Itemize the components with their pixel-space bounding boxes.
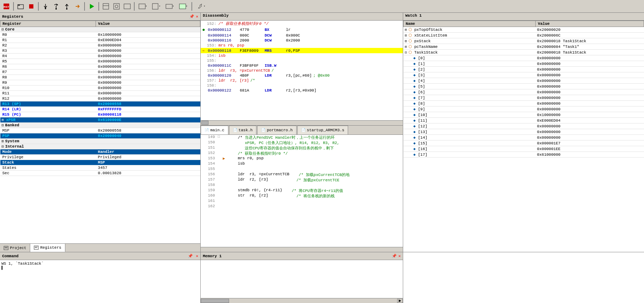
reg-row-psp[interactable]: PSP0x20000040 (0, 133, 200, 139)
watch-scroll-area[interactable]: Name Value ⊞⬡ pxTopOfStack 0x20000020 ⊞⬡… (403, 21, 644, 252)
reg-row-r0[interactable]: R00x10000000 (0, 32, 200, 38)
dropdown1-button[interactable] (136, 1, 149, 11)
command-pin-icon[interactable]: 📌 (188, 254, 193, 258)
reg-row-r1[interactable]: R10xE000ED04 (0, 38, 200, 43)
reg-row-privilege[interactable]: PrivilegePrivileged (0, 155, 200, 160)
reg-row-r3[interactable]: R30x00000000 (0, 48, 200, 54)
banked-expand-icon[interactable]: ⊟ (2, 123, 4, 127)
watch-row-14[interactable]: ◆ [14]0x00000000 (404, 135, 644, 141)
view1-button[interactable] (101, 1, 111, 11)
memory-vscroll[interactable]: ▶ (201, 298, 403, 303)
command-close-icon[interactable]: ✕ (196, 254, 198, 258)
watch-row-7[interactable]: ◆ [7]0x00000000 (404, 95, 644, 101)
tools-button[interactable] (194, 1, 208, 11)
memory-scroll-right[interactable]: ▶ (397, 299, 403, 303)
dropdown2-button[interactable] (150, 1, 163, 11)
watch-row-xStateListItem[interactable]: ⊞⬡ xStateListItem 0x2000006C (404, 33, 644, 38)
watch-row-12[interactable]: ◆ [12]0x00000000 (404, 123, 644, 129)
source-tab-portmacro-h[interactable]: 📄 portmacro.h (257, 126, 297, 134)
watch-row-9[interactable]: ◆ [9]0x00000000 (404, 106, 644, 112)
reg-row-r12[interactable]: R120x00000000 (0, 96, 200, 101)
step-out-button[interactable] (62, 1, 72, 11)
source-tab-task-h[interactable]: 📄 task.h (229, 126, 257, 134)
reg-row-r6[interactable]: R60x00000000 (0, 64, 200, 70)
watch-row-13[interactable]: ◆ [13]0x00000000 (404, 129, 644, 135)
watch-row-5[interactable]: ◆ [5]0x00000000 (404, 84, 644, 89)
disasm-hscroll-thumb[interactable] (201, 121, 209, 125)
reg-row-r9[interactable]: R90x00000000 (0, 80, 200, 86)
source-hscroll[interactable] (201, 247, 403, 252)
watch-row-2[interactable]: ◆ [2]0x00000000 (404, 67, 644, 72)
pxTopOfStack-expand[interactable]: ⊞ (405, 28, 407, 32)
reg-row-sec[interactable]: Sec0.00013828 (0, 171, 200, 176)
internal-expand-icon[interactable]: ⊟ (2, 144, 4, 149)
tab-registers[interactable]: Registers (30, 244, 65, 252)
reg-row-r14[interactable]: R14 (LR)0xFFFFFFFD (0, 107, 200, 112)
watch-row-3[interactable]: ◆ [3]0x00000000 (404, 72, 644, 78)
watch-row-Task1Stack[interactable]: ⊟⬡ Task1Stack 0x20000018 Task1Stack (404, 50, 644, 55)
watch-row-pcTaskName[interactable]: ⊞⬡ pcTaskName 0x20000084 "Task1" (404, 44, 644, 50)
system-expand-icon[interactable]: ⊞ (2, 139, 4, 143)
reg-row-r4[interactable]: R40x00000000 (0, 54, 200, 59)
pcTaskName-expand[interactable]: ⊞ (405, 45, 407, 49)
watch-row-6[interactable]: ◆ [6]0x00000000 (404, 89, 644, 95)
dropdown3-button[interactable] (163, 1, 176, 11)
reg-row-r7[interactable]: R70x00000000 (0, 70, 200, 75)
reset-button[interactable]: RST (1, 1, 11, 11)
reg-row-r10[interactable]: R100x00000000 (0, 86, 200, 91)
reg-row-r11[interactable]: R110x00000000 (0, 91, 200, 96)
reg-row-r5[interactable]: R50x00000000 (0, 59, 200, 64)
step-over-button[interactable] (51, 1, 61, 11)
run-to-cursor[interactable] (72, 1, 82, 11)
watch-row-pxTopOfStack[interactable]: ⊞⬡ pxTopOfStack 0x20000020 (404, 27, 644, 33)
watch-row-10[interactable]: ◆ [10]0x10000000 (404, 112, 644, 118)
watch-row-4[interactable]: ◆ [4]0x00000000 (404, 78, 644, 84)
view3-button[interactable] (122, 1, 132, 11)
pxStack-expand[interactable]: ⊞ (405, 39, 407, 43)
memory-scroll-thumb[interactable] (201, 299, 229, 303)
watch-row-1[interactable]: ◆ [1]0x00000000 (404, 61, 644, 67)
source-tab-main-c[interactable]: 📄 main.c (201, 126, 228, 134)
memory-close-icon[interactable]: ✕ (398, 254, 401, 258)
source-tab-startup[interactable]: 📄 startup_ARMCM3.s (297, 126, 348, 134)
watch-row-8[interactable]: ◆ [8]0x00000000 (404, 101, 644, 106)
dropdown4-button[interactable] (177, 1, 190, 11)
Task1Stack-expand[interactable]: ⊟ (405, 51, 407, 55)
reg-row-r15[interactable]: R15 (PC)0x00000118 (0, 112, 200, 117)
command-cursor: ▌ (1, 266, 4, 270)
tab-project[interactable]: Project (0, 244, 30, 252)
memory-pin-icon[interactable]: 📌 (392, 254, 397, 258)
reg-row-r8[interactable]: R80x00000000 (0, 75, 200, 80)
reg-row-stack[interactable]: StackMSP (0, 160, 200, 165)
watch-row-16[interactable]: ◆ [16]0x000001EE (404, 146, 644, 152)
watch-row-11[interactable]: ◆ [11]0xE000ED04 (404, 118, 644, 123)
breakpoint-0x112[interactable]: ● (202, 27, 208, 33)
reg-row-r2[interactable]: R20x00000000 (0, 43, 200, 48)
stop-button[interactable] (26, 1, 36, 11)
reg-row-r13[interactable]: R13 (SP)0x20000558 (0, 101, 200, 107)
reg-row-states[interactable]: States3457 (0, 165, 200, 171)
run-button[interactable] (87, 1, 97, 11)
watch-row-0[interactable]: ◆ [0]0x00000000 (404, 55, 644, 61)
xStateListItem-expand[interactable]: ⊞ (405, 34, 407, 38)
watch-row-pxStack[interactable]: ⊞⬡ pxStack 0x20000018 Task1Stack (404, 38, 644, 44)
watch-row-15[interactable]: ◆ [15]0x000001E7 (404, 141, 644, 146)
registers-pin-icon[interactable]: 📌 (189, 14, 194, 19)
registers-scroll-area[interactable]: Register Value ⊟Core R00x10000000 R10xE0… (0, 21, 200, 243)
command-content-area[interactable]: WS 1, `Task1Stack` ▌ (0, 260, 200, 303)
src-149-expand-icon[interactable]: □ (218, 135, 223, 139)
memory-content[interactable] (201, 260, 403, 298)
disasm-content[interactable]: 152: /* 获取任务栈指针到r0 */ ● 0x00000112 4770 … (201, 21, 403, 120)
view2-button[interactable] (112, 1, 121, 11)
reg-row-xpsr[interactable]: ⊞ xPSR0x6100000E (0, 117, 200, 123)
open-button[interactable] (16, 1, 26, 11)
reg-row-mode[interactable]: ModeHandler (0, 149, 200, 155)
registers-close-icon[interactable]: ✕ (196, 14, 198, 19)
watch-row-17[interactable]: ◆ [17]0x61000000 (404, 152, 644, 158)
disasm-hscroll[interactable] (201, 120, 403, 125)
source-panel[interactable]: 149 □ /* 当进入PendSVC Handler时，上一个任务运行的环 1… (201, 135, 403, 247)
core-expand-icon[interactable]: ⊟ (2, 27, 4, 32)
reg-row-msp[interactable]: MSP0x20000558 (0, 128, 200, 133)
step-into-button[interactable] (40, 1, 50, 11)
xpsr-expand-icon[interactable]: ⊞ (2, 118, 4, 122)
